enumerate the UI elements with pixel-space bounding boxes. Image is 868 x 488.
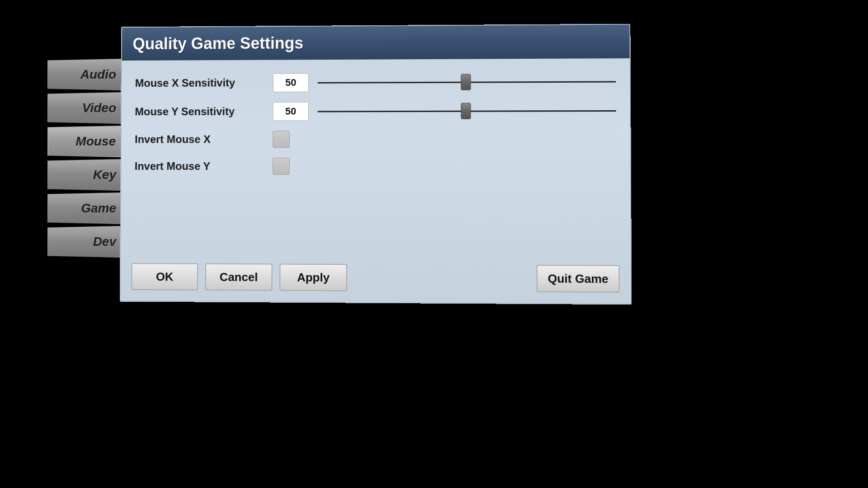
mouse-y-sensitivity-row: Mouse Y Sensitivity 50 — [135, 101, 616, 121]
dialog-title: Quality Game Settings — [132, 32, 618, 53]
invert-mouse-y-checkbox[interactable] — [273, 158, 290, 175]
mouse-x-sensitivity-slider[interactable] — [318, 81, 616, 83]
invert-mouse-y-label: Invert Mouse Y — [135, 160, 264, 173]
invert-mouse-x-checkbox[interactable] — [273, 131, 290, 148]
sidebar-item-dev[interactable]: Dev — [47, 226, 122, 258]
sidebar-item-key[interactable]: Key — [47, 159, 122, 191]
apply-button[interactable]: Apply — [279, 264, 347, 291]
ok-button[interactable]: OK — [131, 263, 198, 290]
quit-game-button[interactable]: Quit Game — [537, 265, 620, 293]
invert-mouse-x-row: Invert Mouse X — [135, 130, 616, 148]
mouse-x-sensitivity-label: Mouse X Sensitivity — [135, 76, 264, 89]
mouse-x-sensitivity-value: 50 — [273, 73, 309, 92]
mouse-y-sensitivity-slider[interactable] — [318, 110, 616, 112]
sidebar: Audio Video Mouse Key Game Dev — [47, 59, 122, 258]
dialog-body: Mouse X Sensitivity 50 Mouse Y Sensitivi… — [121, 58, 630, 194]
settings-dialog: Quality Game Settings Mouse X Sensitivit… — [120, 24, 632, 305]
mouse-y-sensitivity-slider-container — [318, 101, 616, 121]
mouse-y-sensitivity-value: 50 — [273, 102, 308, 121]
sidebar-item-mouse[interactable]: Mouse — [47, 126, 122, 157]
sidebar-item-audio[interactable]: Audio — [47, 59, 122, 90]
mouse-y-sensitivity-label: Mouse Y Sensitivity — [135, 105, 264, 118]
invert-mouse-y-row: Invert Mouse Y — [135, 158, 617, 175]
dialog-header: Quality Game Settings — [122, 25, 630, 61]
invert-mouse-x-label: Invert Mouse X — [135, 133, 264, 145]
mouse-x-sensitivity-slider-container — [318, 72, 616, 92]
cancel-button[interactable]: Cancel — [205, 263, 273, 291]
dialog-footer: OK Cancel Apply Quit Game — [131, 263, 619, 293]
sidebar-item-game[interactable]: Game — [47, 192, 122, 224]
sidebar-item-video[interactable]: Video — [47, 92, 122, 124]
mouse-x-sensitivity-row: Mouse X Sensitivity 50 — [135, 72, 616, 93]
